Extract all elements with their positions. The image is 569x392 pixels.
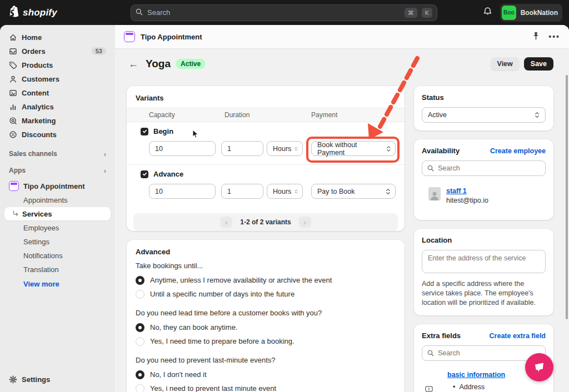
column-capacity: Capacity <box>149 111 175 119</box>
gear-icon <box>9 375 17 384</box>
extra-fields-search[interactable] <box>422 345 546 361</box>
tipo-app-icon <box>124 31 135 42</box>
variant-checkbox[interactable] <box>141 128 148 135</box>
sidebar-app-tipo-appointment[interactable]: Tipo Appointment <box>4 179 111 193</box>
sidebar-item-analytics[interactable]: Analytics <box>4 100 111 113</box>
sidebar-item-label: Discounts <box>22 130 57 139</box>
sidebar-item-label: Home <box>22 33 42 42</box>
scrollbar-thumb[interactable] <box>566 75 568 319</box>
analytics-icon <box>9 103 17 111</box>
capacity-input[interactable] <box>149 141 216 156</box>
availability-search[interactable] <box>422 160 546 176</box>
chevron-right-icon: › <box>104 150 106 158</box>
customers-icon <box>9 75 17 83</box>
sidebar-item-notifications[interactable]: Notifications <box>4 249 111 262</box>
sidebar-item-label: Settings <box>22 375 50 384</box>
radio-option[interactable]: Anytime, unless I remove availability or… <box>136 273 396 287</box>
sidebar-item-content[interactable]: Content <box>4 86 111 99</box>
mouse-cursor-icon <box>192 129 199 140</box>
chat-widget-button[interactable] <box>525 353 553 381</box>
extra-field-group-link[interactable]: basic information <box>447 371 505 379</box>
app-name-label: Tipo Appointment <box>23 182 84 190</box>
staff-email: hitest@tipo.io <box>446 197 488 204</box>
sidebar-item-marketing[interactable]: Marketing <box>4 114 111 127</box>
duration-input[interactable] <box>221 184 263 199</box>
pin-icon[interactable] <box>532 32 540 42</box>
sidebar-item-employees[interactable]: Employees <box>4 221 111 234</box>
status-select[interactable]: Active <box>422 107 546 123</box>
shopify-bag-icon <box>9 6 19 20</box>
variant-checkbox[interactable] <box>141 170 148 178</box>
create-extra-field-link[interactable]: Create extra field <box>490 332 546 340</box>
variant-row-begin: Begin Hours Book without Payment <box>127 122 405 164</box>
radio-option[interactable]: Yes, i need to prevent last minute event <box>136 381 396 392</box>
back-arrow-icon[interactable]: ← <box>127 58 140 70</box>
radio-option[interactable]: No, I don't need it <box>136 368 396 381</box>
store-name: BookNation <box>521 9 558 17</box>
variants-title: Variants <box>127 86 405 108</box>
view-button[interactable]: View <box>491 57 520 71</box>
products-icon <box>9 61 17 69</box>
sales-channels-label: Sales channels <box>9 150 57 158</box>
extra-fields-title: Extra fields <box>422 331 461 340</box>
radio-selected-icon[interactable] <box>136 323 144 332</box>
updown-icon <box>295 145 298 152</box>
sidebar-item-translation[interactable]: Translation <box>4 263 111 276</box>
extra-fields-search-input[interactable] <box>438 349 540 357</box>
search-icon <box>427 350 434 356</box>
payment-select[interactable]: Book without Payment <box>311 141 396 156</box>
sales-channels-section[interactable]: Sales channels › <box>4 150 111 158</box>
radio-option[interactable]: Until a specific number of days into the… <box>136 287 396 301</box>
top-bar: shopify Search ⌘ K Boo BookNation <box>0 0 569 25</box>
duration-unit-select[interactable]: Hours <box>267 184 303 199</box>
location-address-input[interactable] <box>422 250 546 273</box>
create-employee-link[interactable]: Create employee <box>490 147 546 155</box>
store-menu[interactable]: Boo BookNation <box>500 4 562 22</box>
field-icon <box>425 385 433 392</box>
sidebar-item-orders[interactable]: Orders 53 <box>4 44 111 58</box>
staff-avatar <box>428 187 441 200</box>
radio-option[interactable]: Yes, I need time to prepare before a boo… <box>136 334 396 348</box>
search-placeholder: Search <box>147 8 400 17</box>
extra-field-item: Address <box>453 381 505 392</box>
radio-option[interactable]: No, they can book anytime. <box>136 320 396 334</box>
pagination-next-icon[interactable]: › <box>299 217 311 228</box>
capacity-input[interactable] <box>149 184 216 199</box>
main-area: Tipo Appointment ••• ← Yoga Active View … <box>115 25 569 392</box>
more-options-icon[interactable]: ••• <box>548 32 560 41</box>
duration-unit-select[interactable]: Hours <box>267 141 303 156</box>
pagination-prev-icon[interactable]: ‹ <box>220 217 232 228</box>
radio-selected-icon[interactable] <box>136 276 144 285</box>
sidebar-item-app-settings[interactable]: Settings <box>4 235 111 248</box>
staff-name-link[interactable]: staff 1 <box>446 187 488 195</box>
variant-name: Advance <box>153 170 183 178</box>
radio-icon[interactable] <box>136 384 144 392</box>
sidebar-item-appointments[interactable]: Appointments <box>4 193 111 207</box>
notification-bell-icon[interactable] <box>483 7 492 18</box>
status-card: Status Active <box>414 86 553 130</box>
app-header-bar: Tipo Appointment ••• <box>115 25 569 49</box>
payment-select[interactable]: Pay to Book <box>311 184 396 199</box>
view-more-link[interactable]: View more <box>4 277 111 288</box>
sidebar-item-products[interactable]: Products <box>4 58 111 72</box>
radio-selected-icon[interactable] <box>136 370 144 379</box>
sidebar-item-services[interactable]: Services <box>4 207 111 220</box>
global-search-input[interactable]: Search ⌘ K <box>131 4 437 21</box>
availability-search-input[interactable] <box>438 164 540 172</box>
store-avatar: Boo <box>502 6 516 20</box>
sidebar-item-settings[interactable]: Settings <box>4 373 111 386</box>
sidebar-item-discounts[interactable]: Discounts <box>4 128 111 141</box>
location-title: Location <box>422 236 546 244</box>
sidebar-item-customers[interactable]: Customers <box>4 72 111 86</box>
radio-icon[interactable] <box>136 290 144 299</box>
radio-icon[interactable] <box>136 337 144 346</box>
duration-input[interactable] <box>221 141 263 156</box>
sidebar-item-home[interactable]: Home <box>4 31 111 44</box>
save-button[interactable]: Save <box>524 57 553 71</box>
apps-section[interactable]: Apps › <box>4 167 111 174</box>
orders-icon <box>9 47 17 56</box>
chevron-right-icon: › <box>104 167 106 174</box>
question-last-minute: Do you need to prevent last-minute event… <box>136 356 396 364</box>
shopify-logo[interactable]: shopify <box>9 6 57 20</box>
search-icon <box>136 8 143 17</box>
